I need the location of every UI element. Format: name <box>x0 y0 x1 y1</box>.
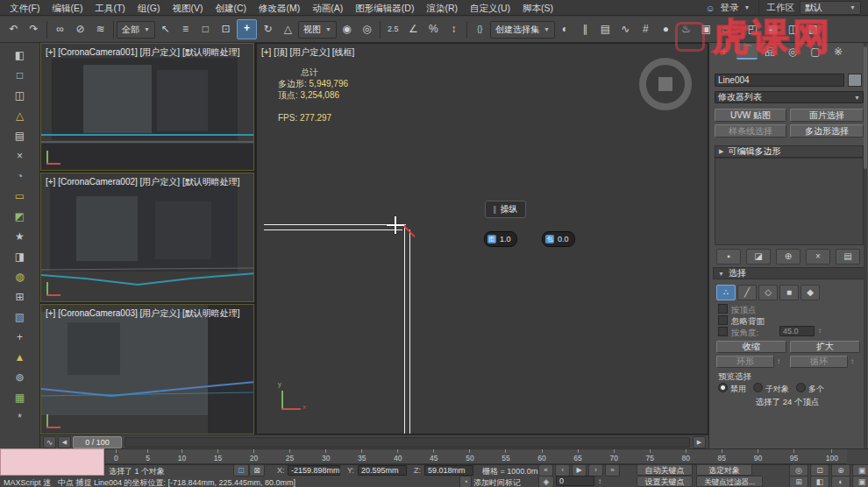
element-mode-icon[interactable]: ◆ <box>800 285 820 300</box>
menu-create[interactable]: 创建(C) <box>210 0 253 16</box>
crossing-select-icon[interactable]: ⊡ <box>217 20 235 39</box>
current-frame-field[interactable]: 0 <box>556 476 594 486</box>
left-tool-icon[interactable]: ◧ <box>4 46 36 65</box>
angle-snap-icon[interactable]: ∠ <box>404 20 423 39</box>
menu-animation[interactable]: 动画(A) <box>306 0 349 16</box>
toolbar-extra-icon[interactable]: ◰ <box>743 20 762 39</box>
tab-hierarchy-icon[interactable]: 品 <box>759 45 780 59</box>
loop-button[interactable]: 循环 <box>790 356 848 368</box>
track-bar[interactable]: 0 5 10 15 20 25 30 35 40 45 50 55 60 65 … <box>105 448 847 464</box>
viewport-label[interactable]: [+] [顶] [用户定义] [线框] <box>261 46 354 59</box>
spline-select-button[interactable]: 样条线选择 <box>715 124 786 138</box>
z-coordinate-field[interactable]: 59.018mm <box>424 465 473 476</box>
ring-spinner[interactable]: ↕ <box>777 357 780 365</box>
vertex-mode-icon[interactable]: ∴ <box>716 285 736 300</box>
select-by-name-icon[interactable]: ≡ <box>176 20 195 39</box>
time-slider[interactable]: ∿ ◀ 0 / 100 ▶ <box>40 434 708 448</box>
left-tool-icon[interactable]: ◨ <box>4 247 36 266</box>
menu-modifiers[interactable]: 修改器(M) <box>253 0 306 16</box>
y-coordinate-field[interactable]: 20.595mm <box>358 465 407 476</box>
modifier-list-dropdown[interactable]: 修改器列表 ▼ <box>715 91 864 103</box>
bind-spacewarp-icon[interactable]: ≋ <box>91 20 110 39</box>
next-frame-icon[interactable]: ▶ <box>693 436 706 448</box>
border-mode-icon[interactable]: ◇ <box>758 285 778 300</box>
isolate-selection-icon[interactable]: ⊡ <box>233 464 249 476</box>
selection-filter-dropdown[interactable]: 全部 ▼ <box>117 21 155 39</box>
lock-selection-icon[interactable]: ⊠ <box>249 464 265 476</box>
snap-toggle-icon[interactable]: 2.5 <box>384 20 402 39</box>
tab-create-icon[interactable]: + <box>714 45 735 59</box>
stack-expand-icon[interactable]: ▶ <box>719 148 723 155</box>
left-tool-icon[interactable]: ◩ <box>4 207 36 226</box>
ignore-backfacing-checkbox[interactable]: 忽略背面 <box>718 315 765 328</box>
left-tool-icon[interactable]: ▧ <box>4 307 36 327</box>
time-slider-track[interactable] <box>125 437 690 448</box>
menu-customize[interactable]: 自定义(U) <box>464 0 516 16</box>
render-setup-icon[interactable]: ♨ <box>677 20 695 39</box>
key-filters-button[interactable]: 关键点过滤器... <box>696 476 763 487</box>
uvw-map-button[interactable]: UVW 贴图 <box>715 109 786 122</box>
left-tool-icon[interactable]: ▲ <box>4 348 36 367</box>
show-end-result-icon[interactable]: ◪ <box>746 249 771 265</box>
go-to-end-icon[interactable]: » <box>605 464 620 476</box>
left-tool-icon[interactable]: ▤ <box>4 126 36 145</box>
toolbar-extra-icon[interactable]: ◫ <box>784 20 802 39</box>
viewcube-gizmo[interactable] <box>639 58 692 110</box>
viewport-label[interactable]: [+] [CoronaCamera001] [用户定义] [默认明暗处理] <box>46 46 239 59</box>
zoom-all-icon[interactable]: ⊡ <box>810 464 829 476</box>
field-of-view-icon[interactable]: ◐ <box>831 476 850 487</box>
angle-value-field[interactable]: 45.0 <box>779 326 815 336</box>
x-coordinate-field[interactable]: -2159.898mm <box>288 465 340 476</box>
layer-manager-icon[interactable]: ▤ <box>596 20 615 39</box>
render-icon[interactable]: ♨ <box>717 20 736 39</box>
frame-spinner[interactable]: ↕ <box>598 477 601 485</box>
left-tool-icon[interactable]: ★ <box>4 227 36 246</box>
left-tool-icon[interactable]: ▭ <box>4 187 36 206</box>
loop-spinner[interactable]: ↕ <box>850 357 854 365</box>
menu-edit[interactable]: 编辑(E) <box>46 0 89 16</box>
left-tool-icon[interactable]: × <box>4 146 36 166</box>
left-tool-icon[interactable]: □ <box>4 66 36 85</box>
spinner-snap-icon[interactable]: ↕ <box>445 20 463 39</box>
mirror-icon[interactable]: ◐ <box>556 20 574 39</box>
by-vertex-checkbox[interactable]: 按顶点 <box>718 304 757 316</box>
zoom-extents-all-icon[interactable]: ▣ <box>852 464 868 476</box>
viewport-top[interactable]: [+] [顶] [用户定义] [线框] 总计 多边形: 5,949,796 顶点… <box>256 43 708 434</box>
viewport-camera001[interactable]: [+] [CoronaCamera001] [用户定义] [默认明暗处理] <box>40 43 254 171</box>
curve-editor-icon[interactable]: ∿ <box>616 20 635 39</box>
patch-select-button[interactable]: 面片选择 <box>790 109 864 122</box>
left-tool-icon[interactable]: ⊞ <box>4 287 36 307</box>
ring-button[interactable]: 环形 <box>716 356 774 368</box>
left-tool-icon[interactable]: ◫ <box>4 86 36 105</box>
selection-rollout-header[interactable]: ▼ 选择 <box>713 267 865 279</box>
reference-coordinate-dropdown[interactable]: 视图 ▼ <box>298 21 337 39</box>
link-icon[interactable]: ∞ <box>51 20 69 39</box>
polygon-mode-icon[interactable]: ■ <box>779 285 799 300</box>
undo-icon[interactable]: ↶ <box>4 20 23 39</box>
menu-tools[interactable]: 工具(T) <box>89 0 131 16</box>
tab-display-icon[interactable]: ▢ <box>805 45 826 59</box>
region-select-icon[interactable]: □ <box>196 20 215 39</box>
previous-frame-icon[interactable]: ◀ <box>58 436 71 448</box>
use-pivot-center-icon[interactable]: ◉ <box>338 20 356 39</box>
select-and-manipulate-icon[interactable]: ◎ <box>358 20 376 39</box>
viewport-camera003[interactable]: [+] [CoronaCamera003] [用户定义] [默认明暗处理] <box>40 304 254 434</box>
zoom-extents-icon[interactable]: ⊕ <box>831 464 850 476</box>
pan-icon[interactable]: ⊞ <box>789 476 808 487</box>
by-angle-checkbox[interactable]: 按角度: <box>718 327 758 339</box>
left-tool-icon[interactable]: + <box>4 328 36 347</box>
workspace-dropdown[interactable]: 默认 ▼ <box>800 1 861 15</box>
select-and-move-icon[interactable]: + <box>237 19 257 39</box>
percent-snap-icon[interactable]: % <box>424 20 443 39</box>
left-tool-icon[interactable]: ▦ <box>4 388 36 407</box>
menu-file[interactable]: 文件(F) <box>4 0 46 16</box>
panel-scrollbar[interactable] <box>864 43 867 448</box>
rendered-frame-window-icon[interactable]: ▣ <box>697 20 715 39</box>
menu-graph-editors[interactable]: 图形编辑器(D) <box>349 0 420 16</box>
object-color-swatch[interactable] <box>848 74 862 87</box>
modifier-stack-list[interactable] <box>715 158 864 245</box>
panel-scrollbar-thumb[interactable] <box>864 46 867 169</box>
menu-views[interactable]: 视图(V) <box>167 0 210 16</box>
material-editor-icon[interactable]: ● <box>657 20 675 39</box>
menu-scripting[interactable]: 脚本(S) <box>516 0 559 16</box>
